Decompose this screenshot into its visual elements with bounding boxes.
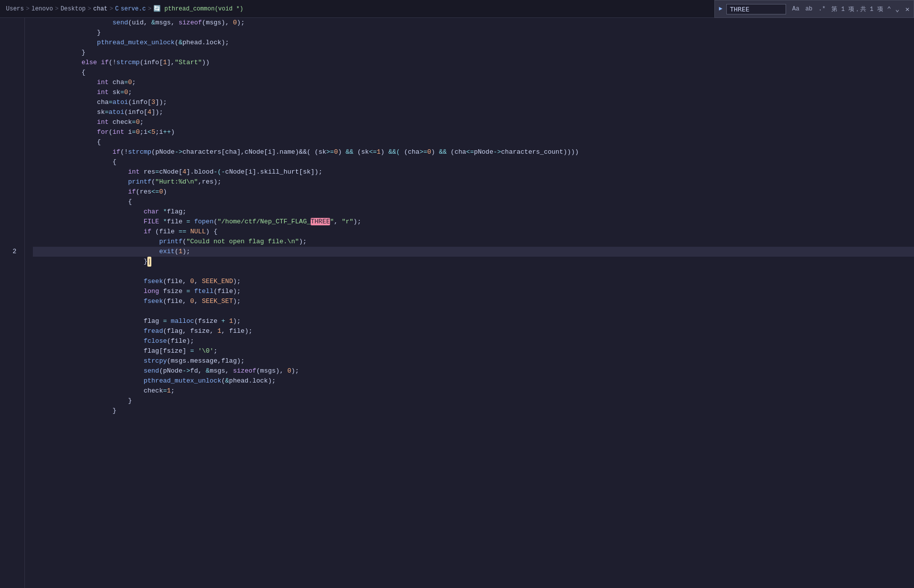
gutter-line — [0, 98, 20, 107]
code-line: send(pNode->fd, &msgs, sizeof(msgs), 0); — [33, 366, 914, 376]
gutter-line — [0, 495, 20, 505]
gutter-line-active: 2 — [0, 247, 20, 257]
search-case-sensitive[interactable]: Aa — [790, 5, 801, 13]
gutter-line — [0, 217, 20, 227]
gutter-line — [0, 366, 20, 376]
code-line: { — [33, 137, 914, 147]
gutter-line — [0, 466, 20, 476]
gutter-line — [0, 18, 20, 28]
gutter-line — [0, 356, 20, 366]
sep3: > — [88, 5, 91, 12]
code-line: for(int i=0;i<5;i++) — [33, 127, 914, 137]
gutter-line — [0, 38, 20, 48]
code-line: int cha=0; — [33, 78, 914, 88]
code-line: fseek(file, 0, SEEK_SET); — [33, 296, 914, 306]
gutter-line — [0, 406, 20, 416]
gutter-line — [0, 287, 20, 296]
gutter-line — [0, 456, 20, 466]
code-line: long fsize = ftell(file); — [33, 287, 914, 296]
gutter-line — [0, 167, 20, 177]
gutter-line — [0, 545, 20, 555]
gutter-line — [0, 505, 20, 515]
code-line: if(res<=0) — [33, 187, 914, 197]
breadcrumb: Users > lenovo > Desktop > chat > C serv… — [6, 5, 243, 12]
code-editor[interactable]: send(uid, &msgs, sizeof(msgs), 0); } pth… — [25, 18, 914, 588]
gutter-line — [0, 48, 20, 58]
code-line: }| — [33, 257, 914, 267]
search-prev-button[interactable]: ⌃ — [887, 5, 891, 13]
breadcrumb-filetype: C — [115, 5, 118, 12]
gutter-line — [0, 177, 20, 187]
code-line — [33, 267, 914, 277]
gutter-line — [0, 28, 20, 38]
search-close-button[interactable]: ✕ — [906, 5, 910, 13]
gutter-line — [0, 197, 20, 207]
code-line — [33, 495, 914, 505]
code-line — [33, 466, 914, 476]
code-line — [33, 436, 914, 446]
titlebar: Users > lenovo > Desktop > chat > C serv… — [0, 0, 914, 18]
breadcrumb-users[interactable]: Users — [6, 5, 24, 12]
code-line — [33, 446, 914, 456]
gutter-line — [0, 486, 20, 495]
gutter-line — [0, 416, 20, 426]
search-next-button[interactable]: ⌄ — [895, 5, 899, 13]
search-whole-word[interactable]: ab — [803, 5, 814, 13]
search-chevron-icon: ► — [719, 5, 722, 12]
gutter-line — [0, 555, 20, 565]
gutter-line — [0, 316, 20, 326]
code-line: strcpy(msgs.message,flag); — [33, 356, 914, 366]
gutter-line — [0, 237, 20, 247]
code-line: FILE *file = fopen("/home/ctf/Nep_CTF_FL… — [33, 217, 914, 227]
code-line — [33, 306, 914, 316]
breadcrumb-filename[interactable]: serve.c — [120, 5, 145, 12]
search-input[interactable] — [726, 4, 786, 14]
gutter-line — [0, 68, 20, 78]
gutter-line — [0, 436, 20, 446]
gutter-line — [0, 78, 20, 88]
code-line: int sk=0; — [33, 88, 914, 98]
code-line: int check=0; — [33, 117, 914, 127]
gutter-line — [0, 107, 20, 117]
gutter-line — [0, 396, 20, 406]
code-line: } — [33, 406, 914, 416]
gutter-line — [0, 127, 20, 137]
gutter-line — [0, 296, 20, 306]
code-line: } — [33, 48, 914, 58]
code-line: flag[fsize] = '\0'; — [33, 346, 914, 356]
gutter-line — [0, 277, 20, 287]
gutter-line — [0, 147, 20, 157]
gutter-line — [0, 58, 20, 68]
breadcrumb-chat[interactable]: chat — [93, 5, 108, 12]
code-line: send(uid, &msgs, sizeof(msgs), 0); — [33, 18, 914, 28]
breadcrumb-function: 🔄 pthread_common(void *) — [153, 5, 243, 12]
gutter-line — [0, 336, 20, 346]
breadcrumb-lenovo[interactable]: lenovo — [31, 5, 53, 12]
code-line: flag = malloc(fsize + 1); — [33, 316, 914, 326]
code-line: fread(flag, fsize, 1, file); — [33, 326, 914, 336]
gutter-line — [0, 137, 20, 147]
gutter-line — [0, 476, 20, 486]
code-line: { — [33, 68, 914, 78]
code-line: else if(!strcmp(info[1],"Start")) — [33, 58, 914, 68]
search-regex[interactable]: .* — [816, 5, 827, 13]
gutter-line — [0, 117, 20, 127]
code-line: { — [33, 197, 914, 207]
breadcrumb-desktop[interactable]: Desktop — [61, 5, 86, 12]
gutter-line — [0, 386, 20, 396]
editor-container: 2 — [0, 18, 914, 588]
sep5: > — [148, 5, 151, 12]
code-line: check=1; — [33, 386, 914, 396]
sep4: > — [110, 5, 113, 12]
gutter-line — [0, 565, 20, 575]
code-line: printf("Could not open flag file.\n"); — [33, 237, 914, 247]
code-line: { — [33, 157, 914, 167]
code-line: pthread_mutex_unlock(&phead.lock); — [33, 376, 914, 386]
code-line: printf("Hurt:%d\n",res); — [33, 177, 914, 187]
gutter-line — [0, 535, 20, 545]
gutter-line — [0, 257, 20, 267]
line-numbers: 2 — [0, 18, 25, 588]
code-line: char *flag; — [33, 207, 914, 217]
search-result-info: 第 1 项，共 1 项 — [831, 5, 883, 13]
code-line: if(!strcmp(pNode->characters[cha],cNode[… — [33, 147, 914, 157]
